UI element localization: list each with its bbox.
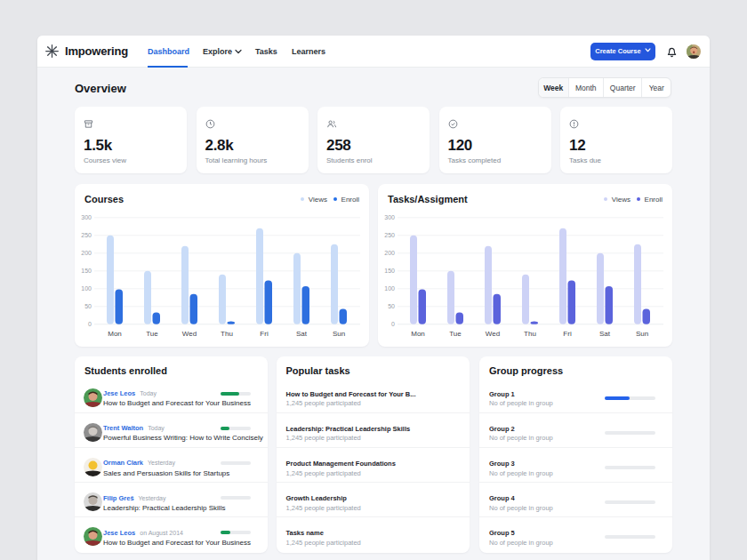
svg-text:200: 200 [384, 250, 395, 256]
svg-text:Tue: Tue [449, 330, 462, 338]
svg-text:Thu: Thu [524, 330, 536, 338]
svg-text:150: 150 [81, 268, 92, 274]
svg-text:200: 200 [81, 250, 92, 256]
svg-text:Wed: Wed [486, 330, 500, 338]
svg-text:250: 250 [384, 232, 395, 238]
svg-text:Sun: Sun [333, 330, 345, 338]
svg-text:0: 0 [88, 321, 92, 327]
svg-text:Fri: Fri [260, 330, 269, 338]
svg-text:50: 50 [388, 303, 395, 309]
svg-text:300: 300 [384, 214, 395, 220]
svg-text:100: 100 [384, 285, 395, 292]
svg-text:Mon: Mon [108, 330, 122, 338]
svg-text:Sat: Sat [296, 330, 308, 338]
svg-text:150: 150 [384, 268, 395, 274]
svg-text:Tue: Tue [146, 330, 158, 338]
svg-text:50: 50 [84, 303, 92, 309]
svg-text:Wed: Wed [182, 330, 197, 338]
svg-text:Sat: Sat [599, 330, 611, 338]
svg-text:250: 250 [81, 232, 92, 238]
svg-text:300: 300 [81, 214, 92, 220]
svg-text:0: 0 [391, 321, 395, 327]
svg-text:100: 100 [81, 285, 92, 292]
svg-text:Sun: Sun [636, 330, 648, 338]
svg-text:Mon: Mon [411, 330, 425, 338]
svg-text:Fri: Fri [563, 330, 572, 338]
svg-text:Thu: Thu [221, 330, 233, 338]
